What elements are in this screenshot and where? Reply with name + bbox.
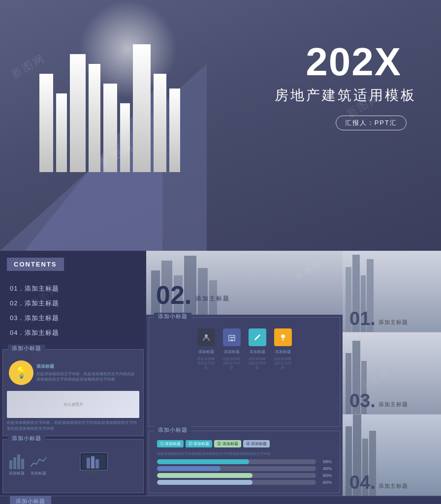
svg-point-7 [205,334,208,337]
contents-panel: CONTENTS 01．添加主标题 02．添加主标题 03．添加主标题 04．添… [0,251,146,496]
right-item-01: 01. 添加主标题 [343,251,441,332]
section-box-bl-title: 添加小标题 [8,435,45,442]
last-row-bar: 添加小标题 [0,496,441,504]
chart-item-2: 添加标题 [30,454,47,476]
svg-rect-3 [91,456,94,469]
photo-inner: 办公桌照片 [7,391,139,418]
right-num-03: 03. [349,391,376,410]
right-label-01: 添加主标题 [378,319,408,326]
section-02-num: 02. [156,282,191,308]
svg-point-13 [281,334,285,338]
icon-item-4: 添加标题 此处添加相应的文字内容 [273,328,293,370]
mid-sub-row: 添加小标题 添加标题 此处添加相应的文字内容 [146,315,343,429]
icon-box-1 [197,328,215,346]
icon-desc-1: 此处添加相应的文字内容 [196,356,216,370]
progress-tabs: ① 添加标题 ② 添加标题 ③ 添加标题 ④ 添加标题 [157,440,332,447]
list-item: 02．添加主标题 [10,296,136,311]
section-02-title: 添加主标题 [195,295,230,303]
progress-row-4: 60% [157,480,332,485]
icon-text-tl: 添加标题 此处添加相应的文字内容，此处添加相应的文字内容此处添加相应的文字内容此… [36,363,137,382]
pbar-pct-2: 40% [318,466,332,471]
left-sub-panels: 添加小标题 💡 添加标题 此处添加相应的文字内容，此处添加相应的文字内容此处添加… [0,347,146,496]
right-inner-01: 01. 添加主标题 [349,309,408,328]
icon-label-2: 添加标题 [224,349,240,355]
right-num-01: 01. [349,309,376,328]
hero-slide: 新图网 新图网 新图网 202X 房地产建筑适用模板 汇报人：PPT汇 [0,0,441,251]
person-icon [201,332,211,342]
bar-2 [13,457,16,469]
icon-label-1: 添加标题 [198,349,214,355]
pbar-fill-2 [157,466,220,471]
icon-label-4: 添加标题 [275,349,291,355]
building-8 [154,74,166,172]
svg-rect-4 [95,459,99,469]
icon-box-4 [274,328,292,346]
bar-4 [21,459,24,469]
main-grid: CONTENTS 01．添加主标题 02．添加主标题 03．添加主标题 04．添… [0,251,441,496]
pbar-pct-3: 60% [318,473,332,478]
building-1 [39,74,53,172]
list-item: 01．添加主标题 [10,281,136,296]
section-box-tr-title: 添加小标题 [154,313,191,320]
pbar-fill-1 [157,459,249,464]
pbar-bg-2 [157,466,316,471]
last-row-title: 添加小标题 [10,496,51,504]
section-box-tr: 添加小标题 添加标题 此处添加相应的文字内容 [149,317,340,427]
hero-year: 202X [306,39,402,85]
building-4 [89,64,100,172]
section-box-tl: 添加小标题 💡 添加标题 此处添加相应的文字内容，此处添加相应的文字内容此处添加… [2,349,144,436]
right-label-03: 添加主标题 [378,401,408,408]
right-item-04: 04. 添加主标题 [343,415,441,496]
svg-rect-6 [89,473,99,474]
svg-rect-5 [92,470,96,474]
icon-item-1: 添加标题 此处添加相应的文字内容 [196,328,216,370]
ptab-4: ④ 添加标题 [243,440,270,447]
section-box-br-title: 添加小标题 [154,426,191,434]
building-7 [133,44,151,172]
icon-box-3 [249,328,266,346]
contents-header: CONTENTS [0,251,146,279]
pbar-fill-4 [157,480,252,485]
chart-item-1: 添加标题 [9,454,25,476]
svg-rect-11 [231,339,233,341]
ptab-3: ③ 添加标题 [214,440,241,447]
pbar-bg-4 [157,480,316,485]
right-label-04: 添加主标题 [378,482,408,490]
chart-bars-1 [9,454,24,469]
icon-box-2 [223,328,241,346]
icon-row-tr: 添加标题 此处添加相应的文字内容 [153,322,336,372]
pbar-fill-3 [157,473,252,478]
svg-rect-9 [230,337,232,338]
ptab-1: ① 添加标题 [157,440,184,447]
icon-label-tl: 添加标题 [36,363,137,370]
chart-row: 添加标题 添加标题 [7,444,139,482]
building-3 [70,54,86,172]
svg-rect-10 [232,337,234,338]
contents-list: 01．添加主标题 02．添加主标题 03．添加主标题 04．添加主标题 [0,279,146,343]
section-box-tl-title: 添加小标题 [8,345,45,352]
ptab-2: ② 添加标题 [186,440,212,447]
right-column: 01. 添加主标题 03. 添加主标题 [343,251,441,496]
section-box-br: 添加小标题 ① 添加标题 ② 添加标题 ③ 添加标题 ④ 添加标题 此处添加相应… [149,431,340,493]
icon-label-3: 添加标题 [250,349,265,355]
photo-desc: 此处添加相应的文字内容，此处添加相应的文字内容此处添加相应的文字内容此处添加相应… [7,420,139,432]
mid-top-panel: 02. 添加主标题 新图网 [146,251,343,315]
photo-label: 办公桌照片 [63,402,83,407]
pencil-icon [252,332,262,342]
svg-rect-14 [282,339,284,340]
hero-subtitle: 房地产建筑适用模板 [275,86,416,105]
bar-3 [17,454,20,469]
monitor-svg [78,450,112,480]
icon-desc-2: 此处添加相应的文字内容 [222,356,242,370]
right-inner-04: 04. 添加主标题 [349,473,408,492]
svg-rect-2 [87,458,90,469]
building-icon [227,332,237,342]
pbar-pct-4: 60% [318,480,332,485]
icon-item-3: 添加标题 此处添加相应的文字内容 [248,328,267,370]
mid-top-num-group: 02. 添加主标题 [156,282,230,308]
icon-item-2: 添加标题 此处添加相应的文字内容 [222,328,242,370]
progress-row-3: 60% [157,473,332,478]
right-inner-03: 03. 添加主标题 [349,391,408,410]
monitor-area [52,450,137,480]
pbar-bg-3 [157,473,316,478]
